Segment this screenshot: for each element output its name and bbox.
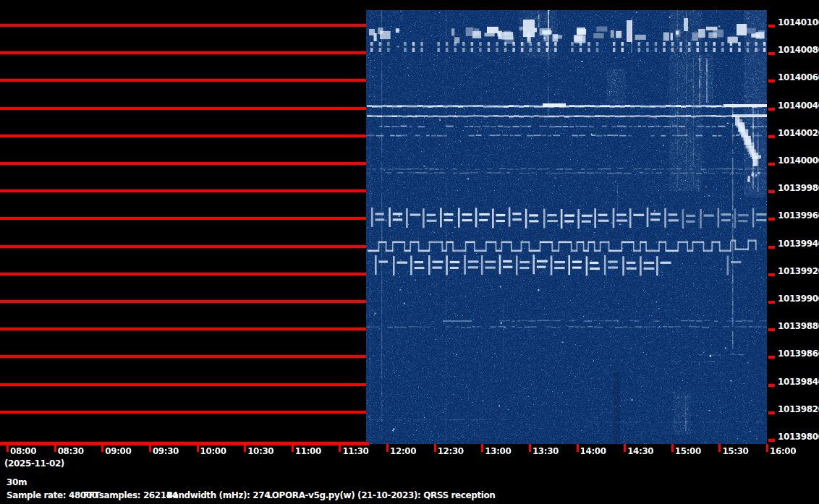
freq-axis-tick [768,246,775,249]
freq-axis-label: 10140100 [778,18,819,27]
freq-axis-label: 10139840 [778,377,819,387]
time-axis-label: 11:30 [342,447,368,456]
program-version-text: LOPORA-v5g.py(w) (21-10-2023): QRSS rece… [267,491,496,500]
freq-axis-label: 10139860 [778,349,819,359]
time-axis-tick [7,444,9,452]
freq-axis-tick [768,328,775,331]
time-axis-label: 09:00 [105,447,131,456]
freq-axis-tick [768,135,775,138]
bandwidth-text: Bandwidth (mHz): 274 [166,491,270,500]
freq-axis-label: 10140060 [778,73,819,82]
time-axis-label: 14:00 [580,447,606,456]
freq-axis-tick [768,52,775,55]
time-axis-tick [339,444,341,452]
time-axis-tick [481,444,483,452]
band-label: 30m [7,478,27,487]
time-axis-tick [766,444,768,452]
time-axis-label: 13:00 [485,447,511,456]
freq-gridline [0,107,366,110]
time-axis-tick [292,444,294,452]
freq-gridline [0,24,366,27]
freq-gridline [0,300,366,303]
time-axis-tick [718,444,721,452]
freq-gridline [0,245,366,248]
freq-axis-label: 10140080 [778,46,819,55]
freq-axis-tick [768,411,775,414]
freq-axis-label: 10139920 [778,267,819,276]
time-axis-tick [434,444,436,452]
freq-axis-tick [768,301,775,304]
freq-axis-label: 10139980 [778,184,819,193]
freq-gridline [0,51,366,54]
freq-axis-tick [768,218,775,221]
freq-axis-label: 10139800 [778,432,819,442]
time-axis-tick [244,444,246,452]
freq-gridline [0,328,366,330]
freq-axis-tick [768,356,775,359]
time-axis-label: 12:30 [438,447,464,456]
freq-axis-label: 10139880 [778,322,819,331]
time-axis-label: 10:30 [247,447,273,456]
freq-gridline [0,411,366,414]
fft-samples-text: FFTsamples: 262144 [83,491,178,500]
freq-axis-label: 10139900 [778,294,819,304]
time-axis-label: 14:30 [627,447,653,456]
time-axis-tick [386,444,389,452]
time-axis-tick [197,444,199,452]
time-axis-label: 15:00 [675,447,701,456]
time-axis-tick [529,444,531,452]
time-axis-tick [149,444,151,452]
time-axis-label: 16:00 [770,447,796,456]
freq-axis-tick [768,190,775,193]
freq-axis-label: 10139940 [778,239,819,249]
freq-axis-tick [768,273,775,276]
time-axis-tick [577,444,579,452]
freq-gridline [0,355,366,358]
freq-axis-tick [768,163,775,166]
time-axis-label: 12:00 [390,447,416,456]
qrss-grabber-screen: 1014010010140080101400601014004010140020… [0,0,819,504]
freq-axis-tick [768,25,775,27]
time-axis-label: 15:30 [722,447,748,456]
time-axis-label: 08:00 [10,447,36,456]
freq-axis-tick [768,80,775,82]
freq-axis-tick [768,384,775,387]
time-axis-tick [101,444,103,452]
freq-gridline [0,79,366,82]
freq-axis-label: 10140040 [778,101,819,111]
freq-gridline [0,217,366,220]
freq-gridline [0,189,366,192]
freq-axis-label: 10139820 [778,405,819,414]
time-axis-tick [54,444,56,452]
time-axis-label: 08:30 [58,447,84,456]
freq-axis-label: 10140000 [778,156,819,166]
freq-axis-label: 10140020 [778,129,819,138]
time-axis-tick [624,444,626,452]
time-axis-label: 11:00 [295,447,321,456]
time-axis-label: 10:00 [200,447,226,456]
freq-axis-tick [768,439,775,442]
date-label: (2025-11-02) [4,459,64,469]
freq-gridline [0,273,366,276]
time-axis-label: 09:30 [153,447,179,456]
freq-axis-tick [768,108,775,111]
freq-gridline [0,134,366,137]
freq-axis-label: 10139960 [778,211,819,221]
spectrogram-waterfall [366,10,767,444]
time-axis-tick [671,444,674,452]
time-axis-label: 13:30 [532,447,559,456]
freq-gridline [0,162,366,165]
freq-gridline [0,383,366,386]
